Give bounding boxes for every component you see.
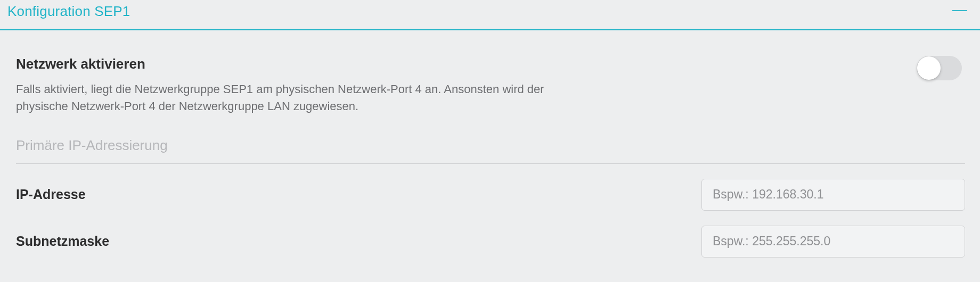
toggle-knob — [917, 56, 941, 80]
activate-network-toggle[interactable] — [917, 56, 962, 80]
panel-title: Konfiguration SEP1 — [7, 3, 130, 20]
subnet-mask-input[interactable] — [701, 226, 965, 258]
ip-address-row: IP-Adresse — [16, 164, 965, 211]
subnet-mask-label: Subnetzmaske — [16, 233, 109, 251]
collapse-icon[interactable]: — — [950, 7, 969, 16]
ip-address-label: IP-Adresse — [16, 186, 86, 204]
activate-network-description: Falls aktiviert, liegt die Netzwerkgrupp… — [16, 81, 591, 115]
activate-network-text: Netzwerk aktivieren Falls aktiviert, lie… — [16, 55, 628, 115]
activate-network-label: Netzwerk aktivieren — [16, 55, 628, 73]
ip-address-input[interactable] — [701, 179, 965, 211]
subnet-mask-row: Subnetzmaske — [16, 211, 965, 258]
primary-ip-heading: Primäre IP-Adressierung — [16, 137, 965, 164]
panel-header: Konfiguration SEP1 — — [0, 0, 980, 30]
activate-network-row: Netzwerk aktivieren Falls aktiviert, lie… — [16, 55, 965, 115]
panel-body: Netzwerk aktivieren Falls aktiviert, lie… — [0, 30, 980, 258]
